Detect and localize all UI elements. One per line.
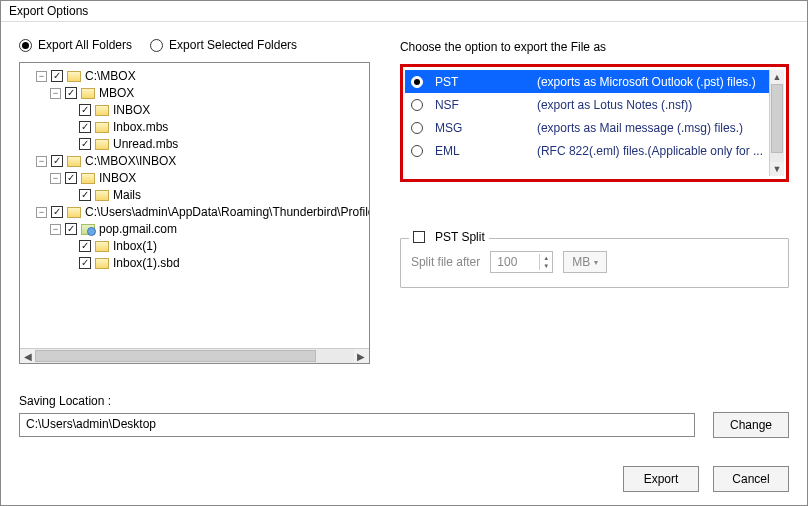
folder-icon (95, 241, 109, 252)
tree-checkbox[interactable] (51, 70, 63, 82)
mail-account-icon (81, 224, 95, 235)
folder-icon (67, 207, 81, 218)
tree-checkbox[interactable] (79, 104, 91, 116)
tree-checkbox[interactable] (65, 87, 77, 99)
tree-node[interactable]: −INBOX (22, 170, 367, 186)
scroll-up-icon[interactable]: ▲ (770, 70, 784, 84)
pst-split-label: PST Split (435, 230, 485, 244)
scroll-left-icon[interactable]: ◀ (20, 349, 35, 363)
radio-export-selected-label: Export Selected Folders (169, 38, 297, 52)
stepper-arrows[interactable]: ▲ ▼ (539, 254, 552, 270)
tree-node-label: C:\MBOX (85, 68, 136, 84)
stepper-down-icon[interactable]: ▼ (540, 262, 552, 270)
tree-node[interactable]: −MBOX (22, 85, 367, 101)
expander-blank (64, 139, 75, 150)
folder-icon (95, 258, 109, 269)
scroll-down-icon[interactable]: ▼ (770, 162, 784, 176)
pst-split-checkbox[interactable] (413, 231, 425, 243)
tree-node[interactable]: −C:\Users\admin\AppData\Roaming\Thunderb… (22, 204, 367, 220)
collapse-icon[interactable]: − (36, 207, 47, 218)
vscroll-track[interactable] (770, 84, 784, 162)
expander-blank (64, 241, 75, 252)
collapse-icon[interactable]: − (50, 224, 61, 235)
expander-blank (64, 105, 75, 116)
folder-icon (81, 88, 95, 99)
change-button[interactable]: Change (713, 412, 789, 438)
tree-checkbox[interactable] (65, 223, 77, 235)
saving-location-section: Saving Location : C:\Users\admin\Desktop… (19, 394, 789, 438)
tree-node-label: INBOX (99, 170, 136, 186)
tree-node-label: Inbox(1) (113, 238, 157, 254)
format-name: EML (435, 144, 525, 158)
export-button[interactable]: Export (623, 466, 699, 492)
split-unit-dropdown[interactable]: MB ▾ (563, 251, 607, 273)
tree-checkbox[interactable] (79, 121, 91, 133)
folder-icon (67, 156, 81, 167)
hscroll-track[interactable] (35, 349, 354, 363)
tree-node[interactable]: Inbox.mbs (22, 119, 367, 135)
tree-node[interactable]: INBOX (22, 102, 367, 118)
hscroll-thumb[interactable] (35, 350, 316, 362)
format-list[interactable]: PST(exports as Microsoft Outlook (.pst) … (405, 70, 769, 176)
split-unit-label: MB (572, 255, 590, 269)
horizontal-scrollbar[interactable]: ◀ ▶ (20, 348, 369, 363)
saving-location-input[interactable]: C:\Users\admin\Desktop (19, 413, 695, 437)
format-name: PST (435, 75, 525, 89)
collapse-icon[interactable]: − (36, 156, 47, 167)
export-options-dialog: Export Options Export All Folders Export… (0, 0, 808, 506)
radio-export-all[interactable]: Export All Folders (19, 38, 132, 52)
folder-tree-list[interactable]: −C:\MBOX−MBOXINBOXInbox.mbsUnread.mbs−C:… (20, 63, 369, 348)
tree-checkbox[interactable] (51, 155, 63, 167)
format-option-eml[interactable]: EML(RFC 822(.eml) files.(Applicable only… (405, 139, 769, 162)
chevron-down-icon: ▾ (594, 258, 598, 267)
tree-node-label: C:\Users\admin\AppData\Roaming\Thunderbi… (85, 204, 369, 220)
collapse-icon[interactable]: − (36, 71, 47, 82)
tree-node[interactable]: Inbox(1).sbd (22, 255, 367, 271)
tree-checkbox[interactable] (79, 257, 91, 269)
tree-checkbox[interactable] (79, 189, 91, 201)
tree-node[interactable]: Unread.mbs (22, 136, 367, 152)
format-heading: Choose the option to export the File as (400, 34, 789, 64)
pst-split-legend: PST Split (409, 230, 489, 244)
folder-icon (95, 139, 109, 150)
tree-node-label: pop.gmail.com (99, 221, 177, 237)
stepper-up-icon[interactable]: ▲ (540, 254, 552, 262)
collapse-icon[interactable]: − (50, 173, 61, 184)
radio-dot-icon (411, 122, 423, 134)
radio-dot-icon (411, 99, 423, 111)
radio-dot-icon (19, 39, 32, 52)
tree-node[interactable]: −pop.gmail.com (22, 221, 367, 237)
export-scope-radios: Export All Folders Export Selected Folde… (19, 34, 370, 62)
radio-export-all-label: Export All Folders (38, 38, 132, 52)
tree-node[interactable]: −C:\MBOX (22, 68, 367, 84)
folder-icon (95, 190, 109, 201)
tree-node-label: INBOX (113, 102, 150, 118)
scroll-right-icon[interactable]: ▶ (354, 349, 369, 363)
tree-node[interactable]: Mails (22, 187, 367, 203)
tree-node-label: Inbox.mbs (113, 119, 168, 135)
radio-export-selected[interactable]: Export Selected Folders (150, 38, 297, 52)
dialog-content: Export All Folders Export Selected Folde… (1, 22, 807, 505)
format-option-pst[interactable]: PST(exports as Microsoft Outlook (.pst) … (405, 70, 769, 93)
tree-node-label: C:\MBOX\INBOX (85, 153, 176, 169)
tree-checkbox[interactable] (65, 172, 77, 184)
vertical-scrollbar[interactable]: ▲ ▼ (769, 70, 784, 176)
collapse-icon[interactable]: − (50, 88, 61, 99)
tree-node[interactable]: −C:\MBOX\INBOX (22, 153, 367, 169)
expander-blank (64, 122, 75, 133)
split-size-stepper[interactable]: ▲ ▼ (490, 251, 553, 273)
cancel-button[interactable]: Cancel (713, 466, 789, 492)
tree-checkbox[interactable] (51, 206, 63, 218)
split-size-input[interactable] (491, 253, 539, 271)
radio-dot-icon (150, 39, 163, 52)
format-option-nsf[interactable]: NSF(export as Lotus Notes (.nsf)) (405, 93, 769, 116)
tree-checkbox[interactable] (79, 240, 91, 252)
tree-node[interactable]: Inbox(1) (22, 238, 367, 254)
vscroll-thumb[interactable] (771, 84, 783, 153)
format-option-msg[interactable]: MSG(exports as Mail message (.msg) files… (405, 116, 769, 139)
folder-tree: −C:\MBOX−MBOXINBOXInbox.mbsUnread.mbs−C:… (19, 62, 370, 364)
tree-checkbox[interactable] (79, 138, 91, 150)
tree-node-label: Mails (113, 187, 141, 203)
format-name: MSG (435, 121, 525, 135)
folder-icon (95, 105, 109, 116)
